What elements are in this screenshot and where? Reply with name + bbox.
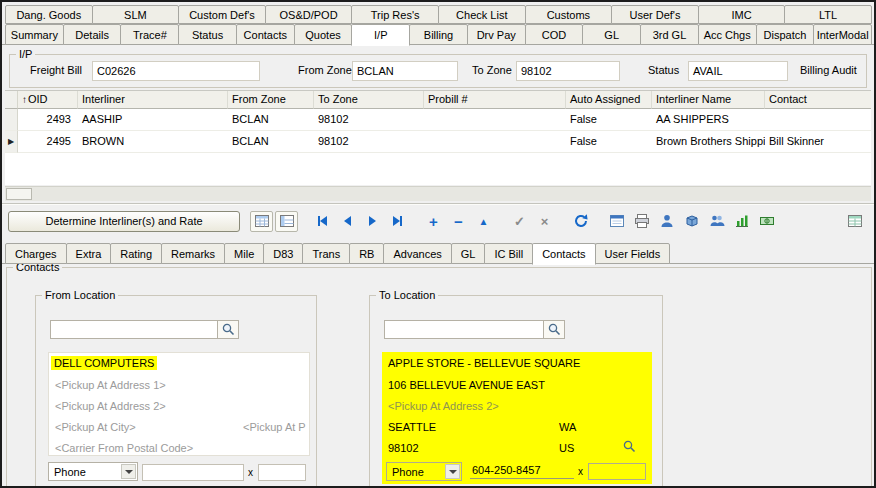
grid-header-auto-assigned[interactable]: Auto Assigned xyxy=(566,91,652,109)
grid-header-interliner[interactable]: Interliner xyxy=(78,91,228,109)
tab-acc-chgs[interactable]: Acc Chgs xyxy=(698,24,757,45)
to-zone-field[interactable]: 98102 xyxy=(516,61,620,81)
tab-ip[interactable]: I/P xyxy=(351,24,410,46)
to-lookup-button[interactable] xyxy=(543,320,565,339)
freight-bill-field[interactable]: C02626 xyxy=(92,61,260,81)
tab-user-defs[interactable]: User Def's xyxy=(611,5,699,24)
grid-header-contact[interactable]: Contact xyxy=(765,91,871,109)
to-ext-input[interactable] xyxy=(588,463,646,480)
tab-trace[interactable]: Trace# xyxy=(120,24,179,45)
tab-user-fields[interactable]: User Fields xyxy=(595,243,671,264)
tab-contacts-top[interactable]: Contacts xyxy=(236,24,295,45)
table-row-selected[interactable]: ▶ 2495 BROWN BCLAN 98102 False Brown Bro… xyxy=(5,131,871,153)
from-address1-field[interactable]: <Pickup At Address 1> xyxy=(55,379,166,391)
chart-button[interactable] xyxy=(730,211,753,232)
grid-hscrollbar[interactable] xyxy=(5,186,871,201)
determine-rate-button[interactable]: Determine Interliner(s) and Rate xyxy=(8,211,240,232)
insert-record-button[interactable]: + xyxy=(422,211,445,232)
grid-header-interliner-name[interactable]: Interliner Name xyxy=(652,91,765,109)
money-button[interactable] xyxy=(755,211,778,232)
tab-status[interactable]: Status xyxy=(178,24,237,45)
status-field[interactable]: AVAIL xyxy=(688,61,788,81)
cancel-edit-button[interactable]: × xyxy=(533,211,556,232)
to-phone-field[interactable]: 604-250-8457 xyxy=(470,462,574,479)
table-row[interactable]: 2493 AASHIP BCLAN 98102 False AA SHIPPER… xyxy=(5,109,871,131)
tab-d83[interactable]: D83 xyxy=(263,243,303,264)
tab-trans[interactable]: Trans xyxy=(302,243,350,264)
to-postal-lookup-button[interactable] xyxy=(622,439,637,456)
to-address1-field[interactable]: 106 BELLEVUE AVENUE EAST xyxy=(388,379,545,391)
tab-custom-defs[interactable]: Custom Def's xyxy=(178,5,266,24)
tab-osd-pod[interactable]: OS&D/POD xyxy=(265,5,353,24)
refresh-button[interactable] xyxy=(569,211,592,232)
chevron-down-icon[interactable] xyxy=(121,464,136,479)
prior-record-button[interactable] xyxy=(336,211,359,232)
tab-drv-pay[interactable]: Drv Pay xyxy=(467,24,526,45)
detail-grid-button[interactable] xyxy=(843,211,866,232)
tab-intermodal[interactable]: InterModal xyxy=(813,24,872,45)
tab-rb[interactable]: RB xyxy=(349,243,384,264)
chevron-down-icon[interactable] xyxy=(445,464,460,479)
tab-customs[interactable]: Customs xyxy=(525,5,613,24)
user-button[interactable] xyxy=(655,211,678,232)
from-ext-input[interactable] xyxy=(258,464,306,481)
grid-header-probill[interactable]: Probill # xyxy=(424,91,566,109)
data-grid-icon[interactable] xyxy=(250,211,273,232)
tab-gl[interactable]: GL xyxy=(582,24,641,45)
tab-imc[interactable]: IMC xyxy=(698,5,786,24)
from-zone-field[interactable]: BCLAN xyxy=(352,61,458,81)
delete-record-button[interactable]: − xyxy=(447,211,470,232)
container-button[interactable] xyxy=(680,211,703,232)
layout-grid-icon[interactable] xyxy=(275,211,298,232)
tab-extra[interactable]: Extra xyxy=(66,243,112,264)
next-record-button[interactable] xyxy=(361,211,384,232)
tab-ic-bill[interactable]: IC Bill xyxy=(484,243,533,264)
from-address2-field[interactable]: <Pickup At Address 2> xyxy=(55,400,166,412)
from-lookup-button[interactable] xyxy=(217,320,239,339)
form-view-button[interactable] xyxy=(605,211,628,232)
grid-header-from-zone[interactable]: From Zone xyxy=(228,91,314,109)
to-search-input[interactable] xyxy=(384,320,544,339)
tab-dispatch[interactable]: Dispatch xyxy=(756,24,815,45)
tab-ltl[interactable]: LTL xyxy=(784,5,872,24)
tab-charges[interactable]: Charges xyxy=(5,243,67,264)
first-record-button[interactable] xyxy=(311,211,334,232)
tab-mile[interactable]: Mile xyxy=(224,243,264,264)
hscrollbar-thumb[interactable] xyxy=(6,188,32,200)
tab-check-list[interactable]: Check List xyxy=(438,5,526,24)
to-country-field[interactable]: US xyxy=(559,442,574,454)
tab-trip-ress[interactable]: Trip Res's xyxy=(351,5,439,24)
to-phone-type-select[interactable]: Phone xyxy=(386,462,462,481)
users-button[interactable] xyxy=(705,211,728,232)
to-postal-field[interactable]: 98102 xyxy=(388,442,419,454)
grid-header-to-zone[interactable]: To Zone xyxy=(314,91,424,109)
from-name-field[interactable]: DELL COMPUTERS xyxy=(51,356,157,370)
from-city-field[interactable]: <Pickup At City> xyxy=(55,421,136,433)
from-phone-input[interactable] xyxy=(142,464,244,481)
tab-details[interactable]: Details xyxy=(63,24,122,45)
tab-billing[interactable]: Billing xyxy=(409,24,468,45)
tab-advances[interactable]: Advances xyxy=(383,243,451,264)
last-record-button[interactable] xyxy=(386,211,409,232)
from-province-field[interactable]: <Pickup At P xyxy=(243,421,309,433)
post-edit-button[interactable]: ✓ xyxy=(508,211,531,232)
tab-3rd-gl[interactable]: 3rd GL xyxy=(640,24,699,45)
from-search-input[interactable] xyxy=(50,320,218,339)
edit-record-button[interactable]: ▲ xyxy=(472,211,495,232)
tab-gl-bottom[interactable]: GL xyxy=(451,243,486,264)
to-province-field[interactable]: WA xyxy=(559,421,576,433)
to-city-field[interactable]: SEATTLE xyxy=(388,421,436,433)
tab-remarks[interactable]: Remarks xyxy=(161,243,225,264)
tab-slm[interactable]: SLM xyxy=(92,5,180,24)
to-name-field[interactable]: APPLE STORE - BELLEVUE SQUARE xyxy=(388,357,580,369)
printer-button[interactable] xyxy=(630,211,653,232)
tab-rating[interactable]: Rating xyxy=(110,243,162,264)
tab-contacts-bottom[interactable]: Contacts xyxy=(532,243,595,265)
from-phone-type-select[interactable]: Phone xyxy=(48,462,138,481)
grid-header-oid[interactable]: ↑OID xyxy=(18,91,78,109)
tab-dang-goods[interactable]: Dang. Goods xyxy=(5,5,93,24)
from-postal-field[interactable]: <Carrier From Postal Code> xyxy=(55,442,193,454)
tab-cod[interactable]: COD xyxy=(525,24,584,45)
to-address2-field[interactable]: <Pickup At Address 2> xyxy=(388,400,499,412)
tab-quotes[interactable]: Quotes xyxy=(294,24,353,45)
